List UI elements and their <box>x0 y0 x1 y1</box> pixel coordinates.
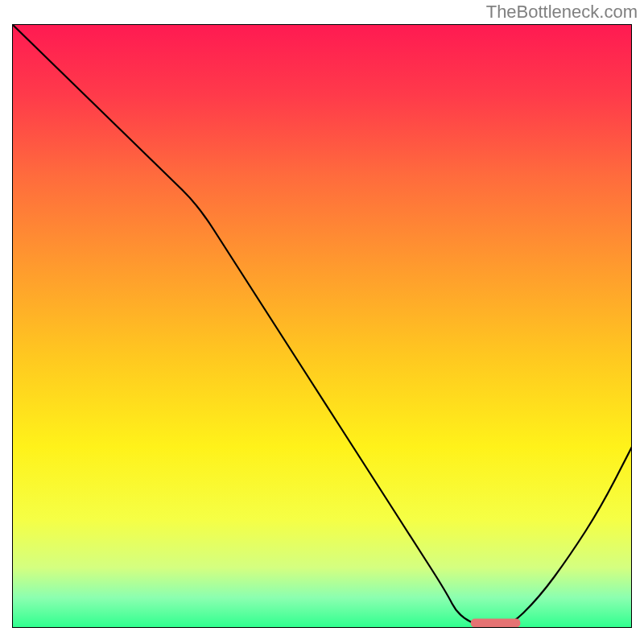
plot-area <box>12 24 632 628</box>
chart-svg <box>12 24 632 628</box>
optimal-marker <box>471 619 521 628</box>
watermark-text: TheBottleneck.com <box>486 2 638 23</box>
chart-container: TheBottleneck.com <box>0 0 644 644</box>
